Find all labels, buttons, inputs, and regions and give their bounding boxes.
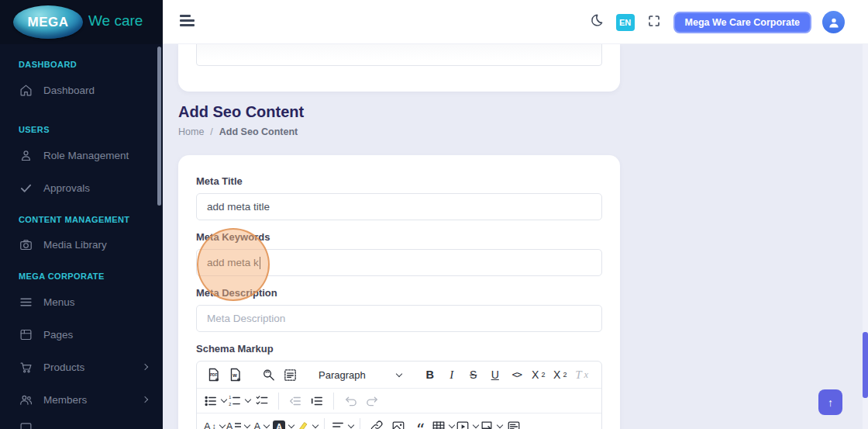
- page-break-icon[interactable]: [480, 417, 502, 429]
- code-icon[interactable]: <>: [507, 365, 527, 385]
- page-scrollbar-thumb[interactable]: [863, 332, 868, 398]
- subscript-digit: 2: [541, 371, 545, 379]
- sidebar-item-label: Media Library: [43, 239, 107, 251]
- sidebar-item-role-management[interactable]: Role Management: [0, 147, 163, 163]
- text-caret: [260, 257, 261, 269]
- todo-list-icon[interactable]: [252, 391, 272, 411]
- alignment-icon[interactable]: [331, 417, 353, 429]
- breadcrumb: Home / Add Seo Content: [178, 126, 298, 137]
- sidebar-item-label: Dashboard: [43, 85, 95, 96]
- schema-markup-editor: PDF w Paragraph B I: [196, 361, 602, 429]
- meta-description-label: Meta Description: [196, 287, 602, 299]
- chevron-down-icon: [219, 422, 225, 428]
- strikethrough-icon[interactable]: S: [463, 365, 484, 385]
- logo-text: MEGA: [28, 15, 69, 30]
- breadcrumb-home-link[interactable]: Home: [178, 126, 204, 137]
- previous-form-card-partial: [178, 44, 620, 92]
- user-icon: [19, 148, 33, 162]
- logo-tagline: We care: [88, 12, 143, 29]
- sidebar-item-label: Approvals: [43, 182, 90, 194]
- undo-icon[interactable]: [340, 391, 360, 411]
- meta-description-input[interactable]: Meta Description: [196, 305, 602, 332]
- page-scrollbar-track[interactable]: [863, 44, 868, 429]
- home-icon: [19, 83, 33, 97]
- meta-title-label: Meta Title: [196, 175, 602, 187]
- sidebar-item-approvals[interactable]: Approvals: [0, 180, 163, 195]
- media-embed-icon[interactable]: [456, 417, 478, 429]
- sidebar-item-label: Members: [43, 394, 87, 406]
- sidebar-item-media-library[interactable]: Media Library: [0, 237, 163, 252]
- sidebar-item-label: Menus: [43, 296, 75, 308]
- find-replace-icon[interactable]: [258, 365, 278, 385]
- editor-toolbar-row-1: PDF w Paragraph B I: [197, 362, 601, 389]
- chevron-down-icon: [395, 370, 401, 376]
- select-all-icon[interactable]: [280, 365, 300, 385]
- sidebar-item-label: Pages: [43, 329, 73, 341]
- image-icon[interactable]: [388, 417, 408, 429]
- svg-text:w: w: [232, 372, 237, 378]
- indent-icon[interactable]: [307, 391, 327, 411]
- layout-icon: [19, 327, 33, 341]
- fullscreen-button[interactable]: [646, 14, 663, 31]
- export-pdf-icon[interactable]: PDF: [204, 365, 224, 385]
- table-icon[interactable]: [432, 417, 454, 429]
- superscript-icon[interactable]: X2: [550, 365, 570, 385]
- breadcrumb-separator: /: [210, 126, 212, 137]
- sidebar-toggle-button[interactable]: [180, 15, 195, 29]
- meta-keywords-input[interactable]: add meta k: [196, 249, 602, 276]
- sidebar-item-pages[interactable]: Pages: [0, 327, 163, 342]
- numbered-list-icon[interactable]: 12: [228, 391, 250, 411]
- meta-title-value: add meta title: [207, 201, 270, 213]
- schema-markup-label: Schema Markup: [196, 343, 602, 355]
- font-background-icon[interactable]: A: [273, 417, 294, 429]
- font-family-icon[interactable]: A: [226, 417, 250, 429]
- bulleted-list-icon[interactable]: [204, 391, 226, 411]
- sidebar-item-label: Role Management: [43, 150, 129, 161]
- meta-title-input[interactable]: add meta title: [196, 193, 602, 220]
- highlight-icon[interactable]: [295, 417, 318, 429]
- main-content: Add Seo Content Home / Add Seo Content M…: [163, 44, 863, 429]
- top-navbar: EN Mega We Care Corporate: [163, 0, 868, 44]
- source-icon[interactable]: [504, 417, 524, 429]
- language-badge[interactable]: EN: [616, 14, 635, 31]
- paragraph-style-dropdown[interactable]: Paragraph: [312, 365, 408, 385]
- bold-icon[interactable]: B: [420, 365, 440, 385]
- chevron-down-icon: [244, 422, 250, 428]
- font-color-icon[interactable]: A: [251, 417, 271, 429]
- subscript-icon[interactable]: X2: [529, 365, 549, 385]
- subscript-base: X: [532, 368, 539, 381]
- sidebar-item-dashboard[interactable]: Dashboard: [0, 82, 163, 98]
- underline-icon[interactable]: U: [485, 365, 505, 385]
- dark-mode-button[interactable]: [588, 14, 605, 31]
- section-header-mega-corporate: MEGA CORPORATE: [19, 272, 105, 281]
- sidebar: MEGA We care DASHBOARD Dashboard USERS R…: [0, 0, 163, 429]
- redo-icon[interactable]: [362, 391, 382, 411]
- svg-text:PDF: PDF: [210, 373, 217, 377]
- account-button[interactable]: Mega We Care Corporate: [673, 12, 811, 33]
- italic-icon[interactable]: I: [442, 365, 462, 385]
- link-icon[interactable]: [367, 417, 387, 429]
- font-family-a: A: [226, 420, 233, 429]
- mega-logo: MEGA: [13, 5, 83, 39]
- sidebar-item-products[interactable]: Products: [0, 359, 163, 375]
- scroll-to-top-button[interactable]: ↑: [818, 389, 842, 415]
- partial-editor-box[interactable]: [196, 44, 602, 66]
- block-quote-icon[interactable]: “: [410, 417, 430, 429]
- sidebar-logo-area[interactable]: MEGA We care: [0, 0, 163, 44]
- outdent-icon[interactable]: [285, 391, 305, 411]
- chevron-down-icon: [221, 396, 227, 403]
- remove-format-x: x: [584, 369, 589, 381]
- breadcrumb-current: Add Seo Content: [219, 126, 298, 137]
- sidebar-item-members[interactable]: Members: [0, 392, 163, 407]
- seo-form-card: Meta Title add meta title Meta Keywords …: [178, 155, 620, 429]
- font-size-icon[interactable]: A↕: [204, 417, 225, 429]
- avatar[interactable]: [822, 11, 845, 33]
- export-word-icon[interactable]: w: [226, 365, 246, 385]
- sidebar-item-menus[interactable]: Menus: [0, 294, 163, 310]
- chevron-down-icon: [497, 422, 503, 428]
- font-color-a: A: [254, 420, 261, 429]
- section-header-users: USERS: [19, 125, 50, 134]
- paragraph-dropdown-label: Paragraph: [319, 369, 366, 381]
- remove-format-icon[interactable]: Tx: [572, 365, 592, 385]
- sidebar-item-partial[interactable]: [0, 420, 163, 429]
